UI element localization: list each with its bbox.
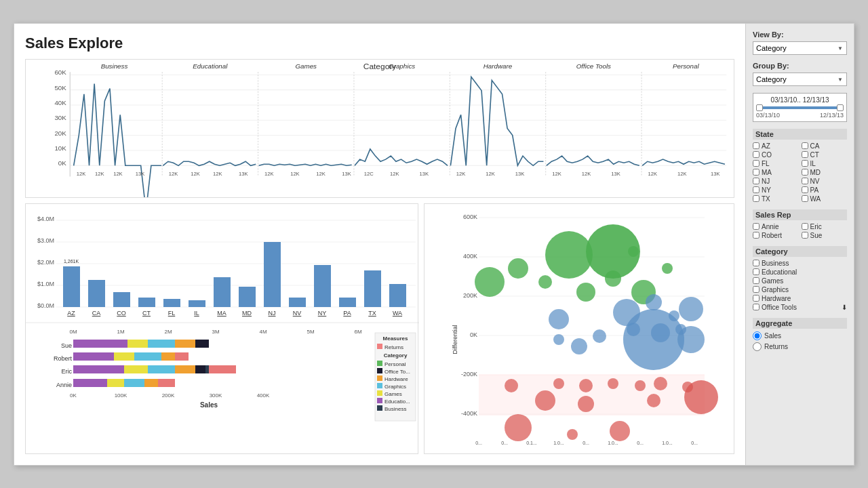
svg-text:Annie: Annie <box>56 382 72 388</box>
svg-text:Office Tools: Office Tools <box>576 62 612 70</box>
aggregate-options: Sales Returns <box>753 331 847 351</box>
svg-text:Hardware: Hardware <box>384 376 408 382</box>
rep-sue-checkbox[interactable] <box>802 232 808 239</box>
state-md-checkbox[interactable] <box>802 169 808 176</box>
state-ny: NY <box>753 186 799 194</box>
svg-text:Sales: Sales <box>200 401 218 409</box>
svg-text:12K: 12K <box>77 170 86 176</box>
svg-rect-75 <box>364 270 381 307</box>
svg-rect-104 <box>377 361 382 366</box>
svg-text:12K: 12K <box>264 170 274 176</box>
svg-text:Personal: Personal <box>384 361 406 367</box>
state-header: State <box>753 129 847 140</box>
state-nj-checkbox[interactable] <box>753 178 760 184</box>
cat-business-checkbox[interactable] <box>753 260 760 266</box>
state-ct-checkbox[interactable] <box>802 151 808 158</box>
svg-text:FL: FL <box>168 310 176 317</box>
svg-rect-73 <box>314 265 331 307</box>
group-by-select[interactable]: Category <box>753 73 847 86</box>
cat-games-checkbox[interactable] <box>753 277 760 284</box>
svg-rect-140 <box>195 365 205 373</box>
svg-text:MA: MA <box>217 310 226 317</box>
state-co: CO <box>753 151 799 159</box>
svg-rect-144 <box>73 379 107 387</box>
cat-graphics-checkbox[interactable] <box>753 286 760 293</box>
state-pa-checkbox[interactable] <box>802 186 808 193</box>
state-fl-checkbox[interactable] <box>753 160 760 167</box>
svg-text:CT: CT <box>142 310 151 317</box>
svg-text:$3.0M: $3.0M <box>37 237 54 244</box>
svg-text:12C: 12C <box>364 170 374 176</box>
svg-text:$4.0M: $4.0M <box>37 216 54 222</box>
rep-eric-checkbox[interactable] <box>802 223 808 230</box>
svg-text:12K: 12K <box>552 170 561 176</box>
svg-rect-110 <box>377 383 382 388</box>
category-header: Category <box>753 246 847 257</box>
svg-text:400K: 400K <box>463 253 477 260</box>
rep-robert-checkbox[interactable] <box>753 232 760 239</box>
state-md: MD <box>802 169 848 176</box>
page-title: Sales Explore <box>25 35 734 52</box>
svg-rect-74 <box>339 298 356 307</box>
view-by-label: View By: <box>753 30 847 39</box>
svg-text:13K: 13K <box>136 170 145 176</box>
svg-rect-121 <box>73 340 127 348</box>
svg-rect-145 <box>107 379 124 387</box>
svg-text:1,261K: 1,261K <box>64 259 79 264</box>
svg-point-203 <box>610 421 630 441</box>
svg-text:3M: 3M <box>212 329 219 335</box>
view-by-select-wrapper: Category <box>753 41 847 55</box>
svg-text:20K: 20K <box>54 129 66 136</box>
state-az-checkbox[interactable] <box>753 142 760 149</box>
state-tx-checkbox[interactable] <box>753 195 760 202</box>
svg-point-196 <box>654 377 667 390</box>
state-fl: FL <box>753 160 799 167</box>
cat-hardware-checkbox[interactable] <box>753 295 760 302</box>
view-by-select[interactable]: Category <box>753 41 847 55</box>
svg-rect-67 <box>163 299 180 307</box>
svg-text:13K: 13K <box>515 170 525 176</box>
date-slider-right-thumb[interactable] <box>837 104 844 111</box>
date-slider-track[interactable] <box>756 106 844 109</box>
aggregate-returns-radio[interactable] <box>753 342 762 351</box>
svg-rect-64 <box>88 280 105 307</box>
date-slider-left-thumb[interactable] <box>756 104 763 111</box>
rep-eric: Eric <box>802 223 848 230</box>
svg-rect-136 <box>73 365 124 373</box>
svg-point-181 <box>679 297 703 321</box>
state-ma-checkbox[interactable] <box>753 169 760 176</box>
svg-text:Eric: Eric <box>62 368 73 375</box>
svg-rect-129 <box>73 352 114 361</box>
svg-rect-131 <box>134 352 161 361</box>
cat-educational-checkbox[interactable] <box>753 268 760 275</box>
state-checkbox-grid: AZ CA CO CT FL IL MA MD NJ NV NY PA TX W… <box>753 142 847 203</box>
cat-office-tools-checkbox[interactable] <box>753 304 760 310</box>
svg-point-189 <box>571 338 587 354</box>
rep-annie-checkbox[interactable] <box>753 223 760 230</box>
svg-rect-139 <box>175 365 195 373</box>
aggregate-sales-radio[interactable] <box>753 331 762 340</box>
date-labels: 03/13/10 12/13/13 <box>756 112 844 119</box>
svg-point-198 <box>684 380 718 414</box>
state-wa-checkbox[interactable] <box>802 195 808 202</box>
state-ny-checkbox[interactable] <box>753 186 760 193</box>
bar-chart-section: $4.0M $3.0M $2.0M $1.0M $0.0M 1,261K <box>25 203 418 454</box>
svg-rect-130 <box>114 352 134 361</box>
svg-text:1.0...: 1.0... <box>608 441 618 445</box>
state-il-checkbox[interactable] <box>802 160 808 167</box>
svg-point-169 <box>508 258 528 279</box>
state-ca-checkbox[interactable] <box>802 142 808 149</box>
svg-text:12K: 12K <box>113 170 123 176</box>
svg-text:13K: 13K <box>419 170 429 176</box>
bubble-chart-container: 600K 400K 200K 0K -200K -400K Differenti… <box>424 203 734 454</box>
svg-rect-114 <box>377 398 382 403</box>
state-co-checkbox[interactable] <box>753 151 760 158</box>
svg-text:NJ: NJ <box>269 310 276 317</box>
svg-text:Graphics: Graphics <box>384 384 406 390</box>
svg-rect-66 <box>138 298 155 307</box>
svg-rect-123 <box>148 340 175 348</box>
state-nv-checkbox[interactable] <box>802 178 808 184</box>
sales-rep-grid: Annie Eric Robert Sue <box>753 223 847 239</box>
svg-point-187 <box>677 326 705 353</box>
svg-text:12K: 12K <box>648 170 658 176</box>
